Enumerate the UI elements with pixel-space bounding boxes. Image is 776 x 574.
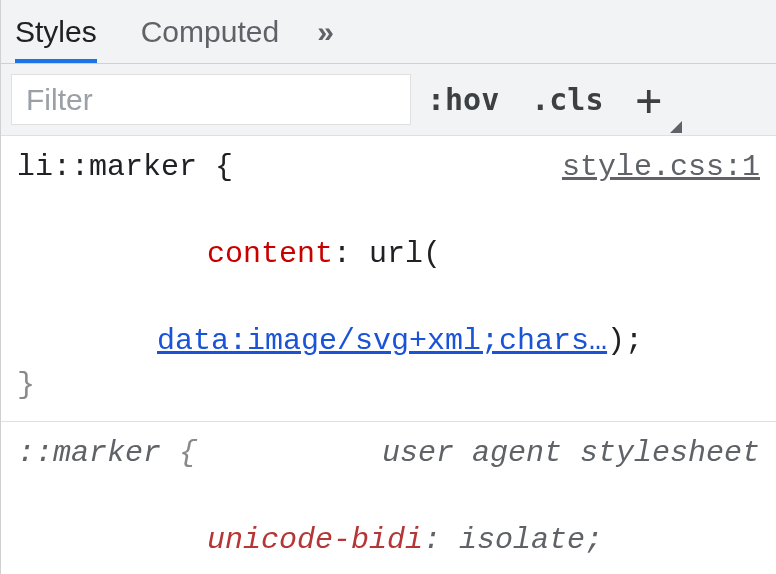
declaration[interactable]: unicode-bidi: isolate; xyxy=(17,476,760,575)
more-tabs-icon[interactable]: » xyxy=(317,15,334,49)
rules-list: li::marker { style.css:1 content: url( d… xyxy=(1,136,776,574)
declaration-continuation: data:image/svg+xml;chars…); xyxy=(17,320,760,364)
cls-toggle[interactable]: .cls xyxy=(515,64,619,135)
filter-toolbar: :hov .cls + xyxy=(1,64,776,136)
dropdown-corner-icon xyxy=(670,121,682,133)
decl-value: isolate; xyxy=(459,523,603,557)
selector[interactable]: li::marker xyxy=(17,150,197,184)
url-link[interactable]: data:image/svg+xml;chars… xyxy=(157,324,607,358)
declaration[interactable]: content: url( xyxy=(17,190,760,321)
decl-value: url( xyxy=(369,237,441,271)
stylesheet-origin-link[interactable]: style.css:1 xyxy=(562,146,760,190)
filter-input[interactable] xyxy=(11,74,411,125)
rule-selector-line: ::marker { xyxy=(17,432,197,476)
decl-property: unicode-bidi xyxy=(207,523,423,557)
rule-header: ::marker { user agent stylesheet xyxy=(17,432,760,476)
close-brace: } xyxy=(17,364,760,408)
decl-property: content xyxy=(207,237,333,271)
new-style-rule-button[interactable]: + xyxy=(620,64,685,135)
rule-header: li::marker { style.css:1 xyxy=(17,146,760,190)
selector[interactable]: ::marker xyxy=(17,436,161,470)
stylesheet-origin-text: user agent stylesheet xyxy=(382,432,760,476)
tabs-bar: Styles Computed » xyxy=(1,0,776,64)
hov-toggle[interactable]: :hov xyxy=(411,64,515,135)
tab-computed[interactable]: Computed xyxy=(141,0,279,63)
open-brace: { xyxy=(179,436,197,470)
rule-selector-line: li::marker { xyxy=(17,146,233,190)
open-brace: { xyxy=(215,150,233,184)
styles-panel: Styles Computed » :hov .cls + li::marker… xyxy=(0,0,776,574)
tab-styles[interactable]: Styles xyxy=(15,0,97,63)
rule-block[interactable]: ::marker { user agent stylesheet unicode… xyxy=(1,422,776,574)
plus-icon: + xyxy=(636,78,663,122)
rule-block[interactable]: li::marker { style.css:1 content: url( d… xyxy=(1,136,776,422)
